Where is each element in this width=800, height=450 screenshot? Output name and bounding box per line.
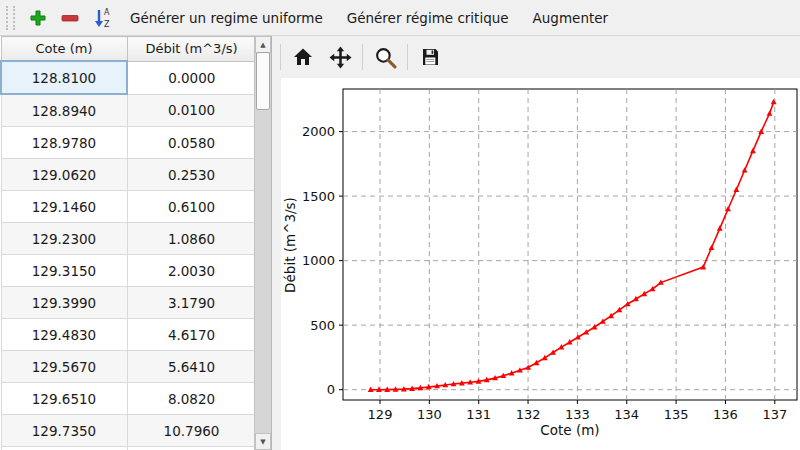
x-tick-label: 136 <box>713 407 738 422</box>
x-tick-label: 131 <box>466 407 491 422</box>
plot-zoom-button[interactable] <box>370 42 400 72</box>
table-cell[interactable]: 3.1790 <box>127 287 256 319</box>
table-cell[interactable]: 129.0620 <box>1 159 127 191</box>
x-tick-label: 135 <box>664 407 689 422</box>
minus-icon <box>60 8 80 28</box>
data-point-marker <box>709 245 715 250</box>
svg-text:Z: Z <box>104 20 110 29</box>
table-cell[interactable]: 8.0820 <box>127 383 256 415</box>
table-cell[interactable]: 129.5670 <box>1 351 127 383</box>
data-point-marker <box>767 110 773 115</box>
table-row: 129.56705.6410 <box>1 351 256 383</box>
y-tick-label: 500 <box>310 318 335 333</box>
scrollbar-thumb[interactable] <box>256 52 270 110</box>
scroll-down-button[interactable]: ▼ <box>255 433 271 450</box>
plot-pan-button[interactable] <box>325 42 355 72</box>
data-point-marker <box>750 148 756 153</box>
table-cell[interactable]: 129.4830 <box>1 319 127 351</box>
table-row: 129.14600.6100 <box>1 191 256 223</box>
svg-text:A: A <box>104 8 110 17</box>
y-tick-label: 1000 <box>302 253 335 268</box>
table-cell[interactable]: 1.0860 <box>127 223 256 255</box>
main-toolbar: A Z Générer un regime uniforme Générer r… <box>0 0 800 36</box>
table-cell[interactable]: 13.8680 <box>127 447 256 450</box>
plot-save-button[interactable] <box>415 42 445 72</box>
table-cell[interactable]: 129.6510 <box>1 383 127 415</box>
table-cell[interactable]: 128.9780 <box>1 127 127 159</box>
y-tick-label: 0 <box>327 382 335 397</box>
generate-uniform-regime-button[interactable]: Générer un regime uniforme <box>119 4 334 32</box>
toolbar-grip-handle[interactable] <box>6 6 15 30</box>
table-cell[interactable]: 0.2530 <box>127 159 256 191</box>
data-point-marker <box>733 187 739 192</box>
scroll-up-button[interactable]: ▲ <box>255 36 271 53</box>
data-point-marker <box>717 225 723 230</box>
table-row: 129.819013.8680 <box>1 447 256 450</box>
magnifier-icon <box>374 46 397 69</box>
plot-canvas[interactable]: 2000150010005000137136135134133132131130… <box>281 78 800 450</box>
floppy-icon <box>419 46 441 68</box>
x-tick-label: 129 <box>368 407 393 422</box>
pan-arrows-icon <box>329 46 352 69</box>
y-tick-label: 1500 <box>302 189 335 204</box>
column-header-debit[interactable]: Débit (m^3/s) <box>127 37 256 62</box>
x-tick-label: 137 <box>762 407 787 422</box>
sort-az-icon: A Z <box>92 7 112 29</box>
table-body: 128.81000.0000128.89400.0100128.97800.05… <box>1 61 256 450</box>
table-cell[interactable]: 0.6100 <box>127 191 256 223</box>
remove-row-button[interactable] <box>55 4 85 32</box>
table-row: 128.81000.0000 <box>1 61 256 94</box>
table-cell[interactable]: 0.0000 <box>127 61 256 94</box>
y-axis-label: Débit (m^3/s) <box>282 197 298 293</box>
data-point-marker <box>742 167 748 172</box>
table-row: 128.97800.0580 <box>1 127 256 159</box>
table-row: 129.39903.1790 <box>1 287 256 319</box>
plot-panel: 2000150010005000137136135134133132131130… <box>272 36 800 450</box>
table-cell[interactable]: 129.2300 <box>1 223 127 255</box>
table-cell[interactable]: 129.1460 <box>1 191 127 223</box>
x-tick-label: 132 <box>516 407 541 422</box>
x-tick-label: 134 <box>614 407 639 422</box>
table-cell[interactable]: 0.0100 <box>127 94 256 127</box>
rating-curve-table: Cote (m) Débit (m^3/s) 128.81000.0000128… <box>0 36 257 450</box>
plot-toolbar <box>272 36 800 78</box>
home-icon <box>292 46 314 68</box>
figure-canvas[interactable]: 2000150010005000137136135134133132131130… <box>281 78 800 450</box>
table-scrollbar[interactable]: ▲ ▼ <box>254 36 271 450</box>
data-point-marker <box>725 206 731 211</box>
toolbar-separator <box>280 44 281 70</box>
rating-curve-table-panel: Cote (m) Débit (m^3/s) 128.81000.0000128… <box>0 36 272 450</box>
table-row: 129.65108.0820 <box>1 383 256 415</box>
sort-button[interactable]: A Z <box>87 4 117 32</box>
table-cell[interactable]: 129.3150 <box>1 255 127 287</box>
table-cell[interactable]: 4.6170 <box>127 319 256 351</box>
table-cell[interactable]: 129.3990 <box>1 287 127 319</box>
plot-home-button[interactable] <box>288 42 318 72</box>
table-row: 129.735010.7960 <box>1 415 256 447</box>
table-cell[interactable]: 129.8190 <box>1 447 127 450</box>
toolbar-separator <box>407 44 408 70</box>
table-cell[interactable]: 0.0580 <box>127 127 256 159</box>
toolbar-separator <box>362 44 363 70</box>
generate-critical-regime-button[interactable]: Générer régime critique <box>336 4 520 32</box>
y-tick-label: 2000 <box>302 124 335 139</box>
table-row: 129.31502.0030 <box>1 255 256 287</box>
table-cell[interactable]: 128.8940 <box>1 94 127 127</box>
table-row: 129.23001.0860 <box>1 223 256 255</box>
x-tick-label: 130 <box>417 407 442 422</box>
column-header-cote[interactable]: Cote (m) <box>1 37 127 62</box>
table-cell[interactable]: 10.7960 <box>127 415 256 447</box>
table-cell[interactable]: 2.0030 <box>127 255 256 287</box>
table-row: 129.06200.2530 <box>1 159 256 191</box>
x-axis-label: Cote (m) <box>540 422 599 438</box>
axes-spines <box>343 89 797 400</box>
augment-button[interactable]: Augmenter <box>522 4 620 32</box>
table-cell[interactable]: 128.8100 <box>1 61 127 94</box>
add-row-button[interactable] <box>23 4 53 32</box>
data-point-marker <box>700 264 706 269</box>
table-cell[interactable]: 129.7350 <box>1 415 127 447</box>
x-tick-label: 133 <box>565 407 590 422</box>
table-cell[interactable]: 5.6410 <box>127 351 256 383</box>
data-point-marker <box>771 99 777 104</box>
table-row: 129.48304.6170 <box>1 319 256 351</box>
